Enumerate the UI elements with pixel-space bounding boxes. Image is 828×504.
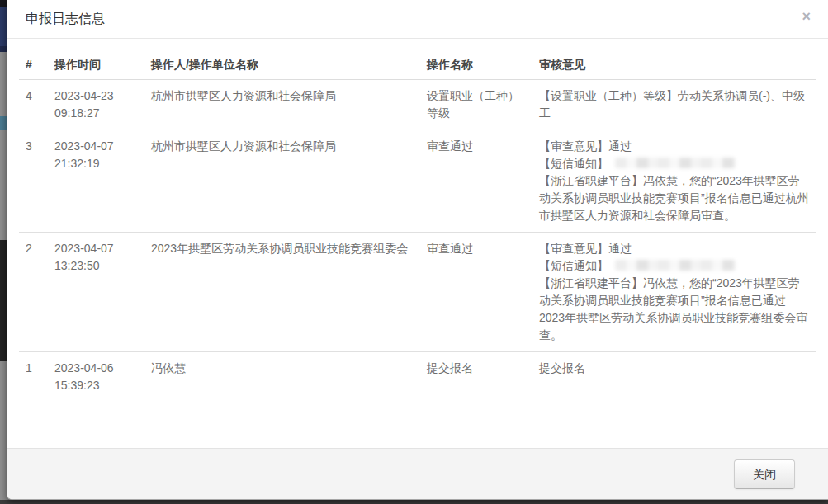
header-opinion: 审核意见 [532, 49, 816, 80]
cell-index: 4 [19, 80, 48, 130]
cell-time: 2023-04-2309:18:27 [48, 80, 144, 130]
log-table-body: 4 2023-04-2309:18:27 杭州市拱墅区人力资源和社会保障局 设置… [19, 80, 816, 403]
cell-time: 2023-04-0721:32:19 [48, 130, 144, 233]
table-row: 2 2023-04-0713:23:50 2023年拱墅区劳动关系协调员职业技能… [19, 233, 816, 352]
cell-operation: 审查通过 [420, 233, 532, 352]
cell-operator: 杭州市拱墅区人力资源和社会保障局 [144, 130, 420, 233]
cell-time: 2023-04-0713:23:50 [48, 233, 144, 352]
log-dialog: 申报日志信息 × # 操作时间 操作人/操作单位名称 操作名称 审核意见 4 2… [7, 0, 828, 500]
cell-index: 1 [19, 352, 48, 403]
cell-opinion: 【审查意见】通过【短信通知】【浙江省职建平台】冯依慧，您的“2023年拱墅区劳动… [532, 233, 816, 352]
backdrop-bottom-strip [0, 500, 828, 504]
cell-operation: 审查通过 [420, 130, 532, 233]
cell-operation: 设置职业（工种）等级 [420, 80, 532, 130]
redacted-sms-content [615, 158, 736, 168]
cell-operator: 2023年拱墅区劳动关系协调员职业技能竞赛组委会 [144, 233, 420, 352]
close-icon[interactable]: × [802, 9, 811, 24]
cell-operator: 冯依慧 [144, 352, 420, 403]
table-row: 4 2023-04-2309:18:27 杭州市拱墅区人力资源和社会保障局 设置… [19, 80, 816, 130]
table-row: 1 2023-04-0615:39:23 冯依慧 提交报名 提交报名 [19, 352, 816, 403]
redacted-sms-content [615, 260, 736, 271]
cell-opinion: 【设置职业（工种）等级】劳动关系协调员(-)、中级工 [532, 80, 816, 130]
header-operation: 操作名称 [420, 49, 532, 80]
cell-operator: 杭州市拱墅区人力资源和社会保障局 [144, 80, 420, 130]
dialog-header: 申报日志信息 × [7, 0, 828, 39]
header-index: # [19, 49, 48, 80]
dialog-footer: 关闭 [7, 448, 828, 499]
header-time: 操作时间 [48, 49, 144, 80]
header-operator: 操作人/操作单位名称 [144, 49, 420, 80]
dialog-body: # 操作时间 操作人/操作单位名称 操作名称 审核意见 4 2023-04-23… [7, 39, 828, 448]
log-table: # 操作时间 操作人/操作单位名称 操作名称 审核意见 4 2023-04-23… [19, 49, 816, 402]
dialog-title: 申报日志信息 [26, 11, 811, 27]
table-row: 3 2023-04-0721:32:19 杭州市拱墅区人力资源和社会保障局 审查… [19, 130, 816, 233]
table-header-row: # 操作时间 操作人/操作单位名称 操作名称 审核意见 [19, 49, 816, 80]
cell-operation: 提交报名 [420, 352, 532, 403]
cell-opinion: 【审查意见】通过【短信通知】【浙江省职建平台】冯依慧，您的“2023年拱墅区劳动… [532, 130, 816, 233]
cell-index: 2 [19, 233, 48, 352]
cell-time: 2023-04-0615:39:23 [48, 352, 144, 403]
cell-index: 3 [19, 130, 48, 233]
close-button[interactable]: 关闭 [734, 459, 795, 489]
cell-opinion: 提交报名 [532, 352, 816, 403]
